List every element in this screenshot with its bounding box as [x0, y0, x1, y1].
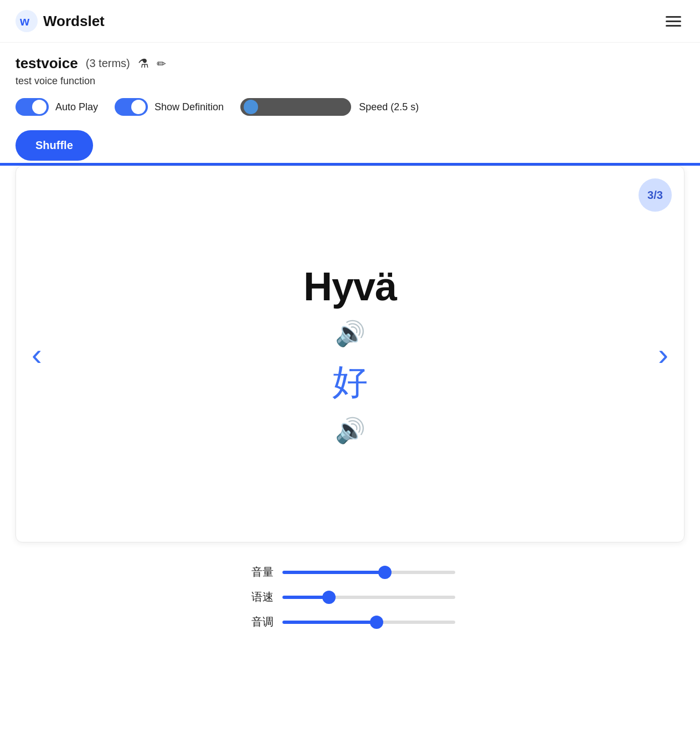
speed-slider-row: 语速	[245, 590, 455, 604]
pitch-label: 音调	[245, 614, 274, 629]
speed-rate-label: 语速	[245, 590, 274, 604]
set-terms-count: (3 terms)	[86, 57, 130, 70]
volume-slider[interactable]	[282, 571, 455, 574]
content: testvoice (3 terms) ⚗ ✏ test voice funct…	[0, 43, 700, 163]
next-card-button[interactable]: ›	[652, 331, 674, 378]
show-definition-toggle[interactable]	[115, 98, 148, 116]
pitch-slider-row: 音调	[245, 614, 455, 629]
card-term: Hyvä	[303, 264, 397, 309]
set-title-row: testvoice (3 terms) ⚗ ✏	[16, 55, 684, 72]
show-definition-thumb	[131, 100, 146, 114]
app-title: Wordslet	[43, 13, 105, 30]
speed-label: Speed (2.5 s)	[359, 101, 419, 113]
volume-label: 音量	[245, 565, 274, 580]
auto-play-control: Auto Play	[16, 98, 98, 116]
speed-control: Speed (2.5 s)	[240, 98, 419, 116]
set-description: test voice function	[16, 75, 684, 87]
card-definition: 好	[332, 358, 368, 406]
edit-icon[interactable]: ✏	[157, 57, 166, 70]
speed-rate-slider[interactable]	[282, 596, 455, 599]
flashcard: 3/3 ‹ Hyvä 🔊 好 🔊 ›	[16, 166, 684, 542]
controls-row: Auto Play Show Definition Speed (2.5 s)	[16, 98, 684, 116]
auto-play-toggle[interactable]	[16, 98, 49, 116]
flask-icon[interactable]: ⚗	[138, 57, 149, 71]
speed-slider-thumb	[244, 100, 258, 114]
set-title: testvoice	[16, 55, 78, 72]
auto-play-label: Auto Play	[55, 101, 98, 113]
show-definition-label: Show Definition	[155, 101, 224, 113]
prev-card-button[interactable]: ‹	[26, 331, 48, 378]
svg-text:w: w	[19, 14, 30, 28]
hamburger-line-3	[666, 25, 681, 27]
auto-play-thumb	[32, 100, 47, 114]
shuffle-button[interactable]: Shuffle	[16, 130, 93, 161]
bottom-sliders: 音量 语速 音调	[0, 559, 700, 652]
pitch-slider[interactable]	[282, 621, 455, 624]
logo-icon: w	[16, 10, 38, 32]
definition-sound-button[interactable]: 🔊	[335, 416, 366, 445]
show-definition-track	[115, 98, 148, 116]
hamburger-line-1	[666, 16, 681, 18]
menu-button[interactable]	[662, 13, 684, 30]
term-sound-button[interactable]: 🔊	[335, 319, 366, 348]
volume-slider-row: 音量	[245, 565, 455, 580]
card-counter: 3/3	[639, 178, 672, 212]
header-left: w Wordslet	[16, 10, 105, 32]
header: w Wordslet	[0, 0, 700, 43]
hamburger-line-2	[666, 21, 681, 22]
auto-play-track	[16, 98, 49, 116]
card-content: Hyvä 🔊 好 🔊	[303, 264, 397, 445]
show-definition-control: Show Definition	[115, 98, 224, 116]
speed-slider-track[interactable]	[240, 98, 351, 116]
